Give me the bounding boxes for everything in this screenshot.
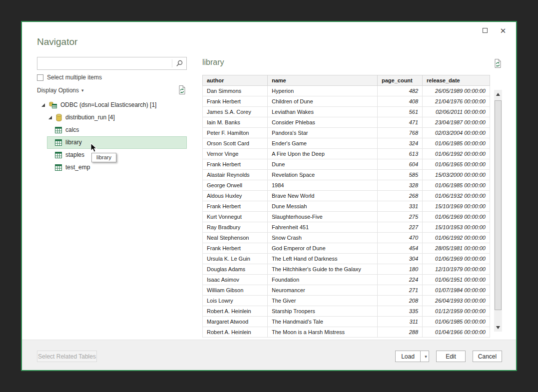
table-cell: Lois Lowry xyxy=(203,296,268,306)
table-cell: 15/03/2000 00:00:00 xyxy=(423,170,490,180)
table-cell: 26/04/1993 00:00:00 xyxy=(423,296,490,306)
maximize-button[interactable] xyxy=(478,24,492,36)
scrollbar-thumb[interactable] xyxy=(495,100,502,310)
select-multiple-row[interactable]: Select multiple items xyxy=(37,74,102,81)
table-cell: The Left Hand of Darkness xyxy=(268,254,378,264)
table-row: Frank HerbertDune Messiah33115/10/1969 0… xyxy=(203,201,490,212)
tree-node-label: test_emp xyxy=(65,161,90,174)
table-cell: Frank Herbert xyxy=(203,243,268,254)
column-header: name xyxy=(268,75,378,86)
table-cell: Dune xyxy=(268,159,378,170)
table-cell: Peter F. Hamilton xyxy=(203,128,268,138)
tooltip: library xyxy=(91,153,116,162)
tree-node-database[interactable]: distribution_run [4] xyxy=(37,111,187,124)
table-cell: 01/06/1992 00:00:00 xyxy=(423,149,490,159)
table-row: Ursula K. Le GuinThe Left Hand of Darkne… xyxy=(203,254,490,264)
preview-title: library xyxy=(202,58,224,67)
collapse-triangle-icon[interactable] xyxy=(41,103,45,107)
table-cell: 1984 xyxy=(268,180,378,191)
table-cell: 604 xyxy=(378,159,423,170)
scroll-down-button[interactable] xyxy=(494,323,502,332)
collapse-triangle-icon[interactable] xyxy=(48,115,52,120)
table-row: Dan SimmonsHyperion48226/05/1989 00:00:0… xyxy=(203,86,490,96)
tree-node-table[interactable]: staples xyxy=(47,149,187,161)
table-cell: 01/06/1985 00:00:00 xyxy=(423,317,490,327)
table-cell: Robert A. Heinlein xyxy=(203,306,268,317)
table-cell: 561 xyxy=(378,107,423,117)
cancel-button[interactable]: Cancel xyxy=(473,351,502,362)
select-related-tables-button[interactable]: Select Related Tables xyxy=(37,351,97,362)
table-cell: 01/06/1965 00:00:00 xyxy=(423,159,490,170)
table-cell: 324 xyxy=(378,138,423,149)
table-row: Frank HerbertChildren of Dune40821/04/19… xyxy=(203,96,490,107)
table-cell: 01/06/1985 00:00:00 xyxy=(423,138,490,149)
table-cell: 15/10/1953 00:00:00 xyxy=(423,222,490,233)
window-controls: ✕ xyxy=(478,24,510,36)
scroll-up-button[interactable] xyxy=(494,90,502,98)
table-cell: Neuromancer xyxy=(268,285,378,296)
table-cell: Iain M. Banks xyxy=(203,117,268,128)
display-options-dropdown[interactable]: Display Options ▾ xyxy=(37,87,84,94)
table-cell: 12/10/1979 00:00:00 xyxy=(423,264,490,275)
table-cell: Ender's Game xyxy=(268,138,378,149)
tree-node-table[interactable]: test_emp xyxy=(47,161,187,174)
tree-node-odbc[interactable]: ODBC (dsn=Local Elasticsearch) [1] xyxy=(37,99,187,111)
tree-node-table[interactable]: calcs xyxy=(47,124,187,136)
table-cell: 23/04/1987 00:00:00 xyxy=(423,117,490,128)
table-cell: 613 xyxy=(378,149,423,159)
table-cell: 01/12/1959 00:00:00 xyxy=(423,306,490,317)
arrow-up-icon xyxy=(496,93,500,96)
table-cell: 26/05/1989 00:00:00 xyxy=(423,86,490,96)
preview-table: authornamepage_countrelease_date Dan Sim… xyxy=(202,75,490,338)
table-cell: 01/06/1932 00:00:00 xyxy=(423,191,490,201)
table-cell: Douglas Adams xyxy=(203,264,268,275)
load-dropdown-button[interactable]: ▾ xyxy=(420,351,429,362)
table-cell: Ray Bradbury xyxy=(203,222,268,233)
refresh-tree-button[interactable] xyxy=(178,85,186,96)
search-box xyxy=(37,57,187,70)
table-cell: A Fire Upon the Deep xyxy=(268,149,378,159)
tree-node-table[interactable]: library xyxy=(47,136,187,149)
table-cell: 15/10/1969 00:00:00 xyxy=(423,201,490,212)
tree-node-label: calcs xyxy=(65,124,79,136)
table-cell: Foundation xyxy=(268,275,378,285)
table-cell: Starship Troopers xyxy=(268,306,378,317)
edit-button[interactable]: Edit xyxy=(436,351,466,362)
table-cell: Ursula K. Le Guin xyxy=(203,254,268,264)
load-split-button: Load ▾ xyxy=(395,351,429,362)
table-icon xyxy=(55,127,62,133)
table-cell: Neal Stephenson xyxy=(203,233,268,243)
table-row: Aldous HuxleyBrave New World26801/06/193… xyxy=(203,191,490,201)
table-cell: Hyperion xyxy=(268,86,378,96)
table-cell: Isaac Asimov xyxy=(203,275,268,285)
table-row: Lois LowryThe Giver20826/04/1993 00:00:0… xyxy=(203,296,490,306)
table-row: Frank HerbertGod Emperor of Dune45428/05… xyxy=(203,243,490,254)
search-icon[interactable] xyxy=(172,60,186,67)
refresh-preview-button[interactable] xyxy=(494,59,502,70)
table-cell: Leviathan Wakes xyxy=(268,107,378,117)
search-input[interactable] xyxy=(37,57,172,69)
table-cell: 271 xyxy=(378,285,423,296)
table-cell: William Gibson xyxy=(203,285,268,296)
table-row: William GibsonNeuromancer27101/07/1984 0… xyxy=(203,285,490,296)
tree-children: calcs library xyxy=(37,124,187,174)
table-cell: 180 xyxy=(378,264,423,275)
navigator-dialog: ✕ Navigator Select multiple items Displa… xyxy=(21,21,517,371)
table-cell: George Orwell xyxy=(203,180,268,191)
select-multiple-label: Select multiple items xyxy=(47,74,102,81)
column-header: author xyxy=(203,75,268,86)
load-button[interactable]: Load xyxy=(395,351,420,362)
table-cell: Kurt Vonnegut xyxy=(203,212,268,222)
table-cell: 471 xyxy=(378,117,423,128)
close-button[interactable]: ✕ xyxy=(496,24,510,36)
select-multiple-checkbox[interactable] xyxy=(37,74,43,81)
navigation-tree: ODBC (dsn=Local Elasticsearch) [1] distr… xyxy=(37,99,187,174)
table-icon xyxy=(55,152,62,158)
table-row: Peter F. HamiltonPandora's Star76802/03/… xyxy=(203,128,490,138)
table-row: Neal StephensonSnow Crash47001/06/1992 0… xyxy=(203,233,490,243)
table-row: Robert A. HeinleinThe Moon is a Harsh Mi… xyxy=(203,327,490,338)
table-cell: 01/04/1966 00:00:00 xyxy=(423,327,490,338)
table-row: Orson Scott CardEnder's Game32401/06/198… xyxy=(203,138,490,149)
table-cell: Slaughterhouse-Five xyxy=(268,212,378,222)
table-cell: Orson Scott Card xyxy=(203,138,268,149)
